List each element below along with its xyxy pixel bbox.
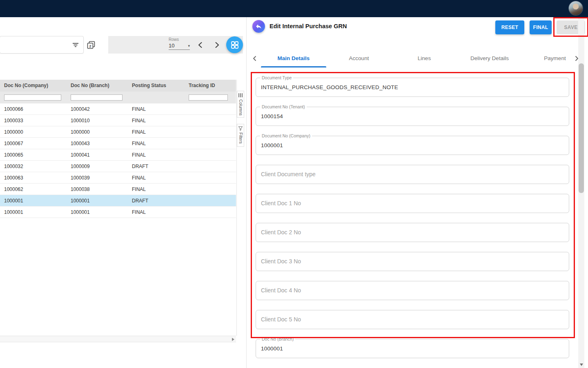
tab-delivery-details[interactable]: Delivery Details	[457, 49, 522, 67]
field-label: Document Type	[260, 75, 293, 80]
tab-lines[interactable]: Lines	[392, 49, 457, 67]
columns-side-tab[interactable]: Columns	[237, 91, 244, 118]
svg-text:2: 2	[89, 44, 91, 48]
table-row[interactable]: 10000631000039FINAL	[0, 172, 236, 184]
form-tabbar: Main DetailsAccountLinesDelivery Details…	[247, 49, 578, 67]
column-filter-input[interactable]	[4, 94, 61, 101]
table-cell: 1000042	[67, 103, 128, 114]
form-field-client-document-type[interactable]: Client Document type	[256, 165, 569, 184]
form-field-doc-no-branch[interactable]: Doc No (Branch)1000001	[256, 339, 569, 358]
table-cell: FINAL	[128, 115, 185, 126]
form-field-document-no-tenant[interactable]: Document No (Tenant)1000154	[256, 107, 569, 126]
table-cell: 1000041	[67, 149, 128, 160]
back-arrow-icon	[255, 23, 262, 30]
rows-value: 10	[169, 43, 174, 49]
tab-account[interactable]: Account	[326, 49, 392, 67]
horizontal-scrollbar[interactable]	[0, 336, 236, 342]
table-cell	[185, 172, 236, 183]
table-cell: 1000000	[0, 126, 67, 137]
pagination-toolbar: Rows 10 ▾	[108, 36, 243, 54]
field-placeholder: Client Doc 5 No	[256, 310, 569, 329]
grid-view-button[interactable]	[226, 36, 243, 53]
table-row[interactable]: 10000651000041FINAL	[0, 149, 236, 161]
table-cell	[185, 115, 236, 126]
field-placeholder: Client Doc 2 No	[256, 223, 569, 242]
form-field-client-doc-1-no[interactable]: Client Doc 1 No	[256, 194, 569, 213]
column-header[interactable]: Posting Status	[128, 80, 185, 92]
prev-page-button[interactable]	[196, 41, 205, 49]
table-cell: 1000062	[0, 184, 67, 195]
filter-list-icon[interactable]	[72, 41, 79, 49]
columns-tab-label: Columns	[238, 99, 243, 115]
field-placeholder: Client Doc 3 No	[256, 252, 569, 271]
next-page-button[interactable]	[213, 41, 221, 49]
final-button[interactable]: FINAL	[530, 20, 552, 34]
table-header: Doc No (Company)Doc No (Branch)Posting S…	[0, 80, 236, 92]
app-topbar	[0, 0, 588, 17]
table-cell	[185, 206, 236, 218]
table-row[interactable]: 10000331000010FINAL	[0, 115, 236, 126]
field-placeholder: Client Document type	[256, 165, 569, 184]
table-row[interactable]: 10000011000001DRAFT	[0, 195, 236, 206]
table-cell: FINAL	[128, 126, 185, 137]
field-label: Document No (Company)	[260, 133, 312, 138]
form-field-document-type[interactable]: Document TypeINTERNAL_PURCHASE_GOODS_REC…	[256, 78, 569, 97]
table-row[interactable]: 10000621000038FINAL	[0, 184, 236, 195]
table-cell: FINAL	[128, 206, 185, 218]
table-cell: 1000001	[0, 206, 67, 218]
table-cell: DRAFT	[128, 161, 185, 172]
table-cell	[185, 126, 236, 137]
filters-tab-label: Filters	[238, 132, 243, 144]
duplicate-view-icon[interactable]: 2	[87, 40, 96, 49]
table-cell	[185, 184, 236, 195]
documents-list-panel: 2 Rows 10 ▾ Doc No (Company)Doc No (Bran…	[0, 17, 247, 368]
tab-main-details[interactable]: Main Details	[261, 49, 326, 67]
tabs-scroll-left-button[interactable]	[252, 55, 258, 62]
table-cell: FINAL	[128, 138, 185, 149]
table-row[interactable]: 10000661000042FINAL	[0, 103, 236, 115]
column-header[interactable]: Doc No (Branch)	[67, 80, 128, 92]
form-field-client-doc-2-no[interactable]: Client Doc 2 No	[256, 223, 569, 242]
column-filter-input[interactable]	[71, 94, 122, 101]
table-cell	[185, 138, 236, 149]
table-cell: 1000009	[67, 161, 128, 172]
scrollbar-thumb[interactable]	[579, 63, 584, 193]
table-cell: DRAFT	[128, 195, 185, 206]
tab-payment[interactable]: Payment	[522, 49, 572, 67]
table-cell: FINAL	[128, 172, 185, 183]
scroll-down-arrow-icon[interactable]	[580, 364, 583, 366]
filters-side-tab[interactable]: Filters	[237, 124, 244, 147]
column-header[interactable]: Doc No (Company)	[0, 80, 67, 92]
table-filter-row	[0, 92, 236, 103]
vertical-scrollbar[interactable]	[578, 17, 584, 368]
field-value: 1000001	[256, 136, 569, 155]
column-header[interactable]: Tracking ID	[185, 80, 236, 92]
page-title: Edit Internal Purchase GRN	[270, 17, 347, 35]
grid-icon	[231, 41, 238, 49]
table-cell: 1000001	[67, 206, 128, 218]
quick-filter-box[interactable]	[0, 36, 84, 54]
user-avatar[interactable]	[569, 1, 583, 15]
funnel-icon	[238, 126, 243, 131]
field-value: 1000154	[256, 107, 569, 126]
form-field-client-doc-3-no[interactable]: Client Doc 3 No	[256, 252, 569, 271]
table-row[interactable]: 10000671000043FINAL	[0, 138, 236, 149]
table-row[interactable]: 10000011000001FINAL	[0, 206, 236, 218]
table-cell: 1000032	[0, 161, 67, 172]
rows-per-page-select[interactable]: Rows 10 ▾	[169, 37, 190, 50]
form-field-client-doc-5-no[interactable]: Client Doc 5 No	[256, 310, 569, 329]
table-cell: 1000039	[67, 172, 128, 183]
table-row[interactable]: 10000001000000FINAL	[0, 126, 236, 138]
form-field-document-no-company[interactable]: Document No (Company)1000001	[256, 136, 569, 155]
back-button[interactable]	[252, 20, 265, 33]
side-rail-divider	[236, 80, 237, 336]
table-cell: 1000067	[0, 138, 67, 149]
table-cell	[185, 149, 236, 160]
table-row[interactable]: 10000321000009DRAFT	[0, 161, 236, 172]
reset-button[interactable]: RESET	[495, 20, 524, 34]
form-field-client-doc-4-no[interactable]: Client Doc 4 No	[256, 281, 569, 300]
field-value: INTERNAL_PURCHASE_GOODS_RECEIVED_NOTE	[256, 78, 569, 96]
scroll-right-arrow-icon[interactable]	[232, 338, 234, 341]
table-cell: 1000001	[67, 195, 128, 206]
column-filter-input[interactable]	[189, 94, 228, 101]
